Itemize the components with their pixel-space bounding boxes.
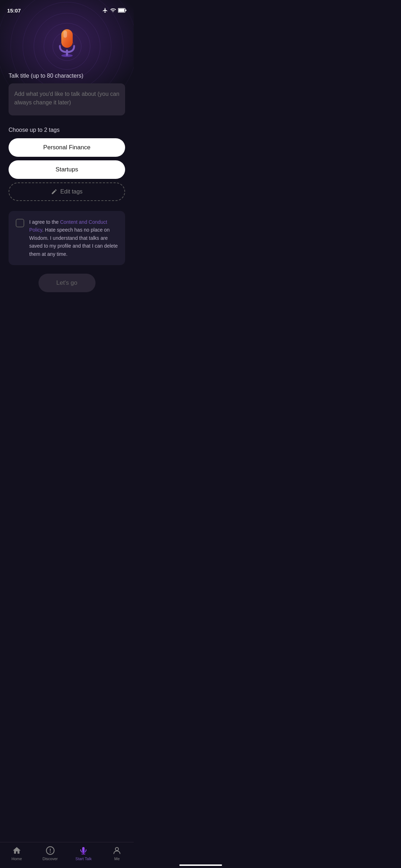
status-bar: 15:07 — [0, 0, 134, 16]
lets-go-button[interactable]: Let's go — [38, 274, 96, 292]
main-content: Talk title (up to 80 characters) Choose … — [0, 66, 134, 306]
mic-section — [0, 16, 134, 66]
svg-rect-11 — [125, 10, 127, 11]
status-time: 15:07 — [7, 7, 21, 14]
tags-section: Choose up to 2 tags Personal Finance Sta… — [9, 127, 125, 201]
talk-title-input[interactable] — [9, 83, 125, 115]
tag-personal-finance[interactable]: Personal Finance — [9, 138, 125, 157]
status-icons — [102, 7, 127, 13]
wifi-icon — [110, 7, 116, 13]
airplane-icon — [102, 7, 108, 13]
talk-title-label: Talk title (up to 80 characters) — [9, 73, 125, 79]
policy-link[interactable]: Content and Conduct Policy — [29, 219, 107, 233]
pencil-icon — [51, 188, 57, 195]
edit-tags-button[interactable]: Edit tags — [9, 182, 125, 201]
policy-box: I agree to the Content and Conduct Polic… — [9, 211, 125, 265]
svg-rect-15 — [63, 31, 67, 38]
tags-label: Choose up to 2 tags — [9, 127, 125, 133]
battery-icon — [118, 8, 127, 13]
edit-tags-label: Edit tags — [60, 188, 82, 195]
svg-rect-10 — [118, 9, 124, 12]
policy-text: I agree to the Content and Conduct Polic… — [29, 218, 118, 258]
tag-startups[interactable]: Startups — [9, 160, 125, 179]
policy-checkbox[interactable] — [16, 219, 24, 227]
microphone-icon — [53, 26, 81, 58]
svg-rect-14 — [61, 29, 73, 48]
mic-icon-container — [53, 26, 81, 58]
